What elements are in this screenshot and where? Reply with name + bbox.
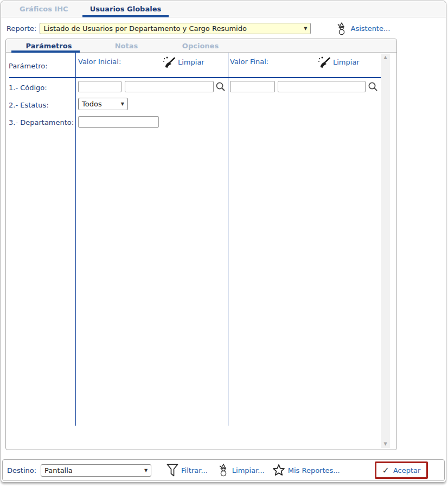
- report-label: Reporte:: [7, 24, 36, 33]
- broom-icon: [317, 56, 330, 68]
- assistant-label: Asistente...: [350, 24, 390, 33]
- report-bar: Reporte: Listado de Usuarios por Departa…: [1, 17, 446, 39]
- limpiar-footer-button[interactable]: Limpiar...: [217, 464, 265, 477]
- aceptar-button[interactable]: ✓ Aceptar: [375, 461, 428, 479]
- report-select-value: Listado de Usuarios por Departamento y C…: [43, 24, 246, 33]
- wizard-icon: [336, 22, 348, 35]
- search-icon[interactable]: [368, 81, 378, 92]
- vertical-scrollbar[interactable]: ▲ ▼: [381, 54, 390, 448]
- search-icon[interactable]: [215, 81, 226, 92]
- codigo-final-input[interactable]: [230, 81, 275, 92]
- destino-label: Destino:: [7, 466, 36, 475]
- estatus-select-value: Todos: [82, 100, 102, 108]
- report-select[interactable]: Listado de Usuarios por Departamento y C…: [40, 23, 311, 34]
- estatus-row-label: 2.- Estatus:: [9, 101, 49, 109]
- limpiar-inicial-label: Limpiar: [178, 58, 204, 66]
- codigo-final-desc-input[interactable]: [278, 81, 366, 92]
- filtrar-button[interactable]: Filtrar...: [167, 464, 208, 477]
- report-window: Gráficos IHC Usuarios Globales Reporte: …: [1, 1, 446, 483]
- tab-notas[interactable]: Notas: [92, 39, 161, 52]
- funnel-icon: [167, 464, 178, 477]
- scroll-down-icon[interactable]: ▼: [383, 442, 387, 446]
- chevron-down-icon: ▼: [144, 468, 148, 473]
- footer-bar: Destino: Pantalla ▼ Filtrar... Limpiar..…: [2, 459, 445, 481]
- parameter-header-label: Parámetro:: [9, 62, 48, 70]
- parameters-panel: Parámetros Notas Opciones Parámetro: Val…: [5, 39, 397, 450]
- codigo-inicial-input[interactable]: [78, 81, 121, 92]
- tab-opciones[interactable]: Opciones: [161, 39, 240, 52]
- chevron-down-icon: ▼: [121, 102, 124, 106]
- destino-select-value: Pantalla: [44, 466, 73, 475]
- limpiar-final-button[interactable]: Limpiar: [317, 56, 360, 68]
- star-icon: [272, 464, 285, 477]
- limpiar-final-label: Limpiar: [333, 58, 360, 66]
- header-divider: [9, 77, 381, 78]
- aceptar-label: Aceptar: [393, 466, 420, 475]
- limpiar-footer-label: Limpiar...: [232, 466, 265, 475]
- wizard-icon: [217, 464, 229, 477]
- tab-graficos-ihc[interactable]: Gráficos IHC: [9, 1, 79, 17]
- departamento-row-label: 3.- Departamento:: [9, 118, 74, 127]
- column-divider-right: [228, 53, 228, 426]
- departamento-input[interactable]: [78, 116, 159, 128]
- limpiar-inicial-button[interactable]: Limpiar: [162, 56, 204, 68]
- valor-inicial-label: Valor Inicial:: [78, 58, 121, 66]
- parameters-body: Parámetro: Valor Inicial: Limpiar Valor …: [6, 53, 396, 449]
- scroll-up-icon[interactable]: ▲: [383, 55, 387, 60]
- check-icon: ✓: [382, 465, 389, 476]
- mis-reportes-label: Mis Reportes...: [288, 466, 340, 475]
- valor-final-label: Valor Final:: [230, 58, 268, 66]
- broom-icon: [162, 56, 175, 68]
- codigo-inicial-desc-input[interactable]: [125, 81, 214, 92]
- filtrar-label: Filtrar...: [181, 466, 208, 475]
- column-divider-left: [75, 53, 76, 426]
- chevron-down-icon: ▼: [304, 26, 307, 31]
- mis-reportes-button[interactable]: Mis Reportes...: [272, 464, 340, 477]
- codigo-row-label: 1.- Código:: [9, 84, 47, 92]
- estatus-select[interactable]: Todos ▼: [78, 98, 128, 110]
- tab-usuarios-globales[interactable]: Usuarios Globales: [79, 1, 172, 17]
- tab-parametros[interactable]: Parámetros: [6, 39, 92, 52]
- assistant-button[interactable]: Asistente...: [336, 22, 390, 35]
- top-tab-bar: Gráficos IHC Usuarios Globales: [1, 1, 446, 17]
- panel-tab-bar: Parámetros Notas Opciones: [6, 39, 396, 53]
- destino-select[interactable]: Pantalla ▼: [41, 464, 151, 477]
